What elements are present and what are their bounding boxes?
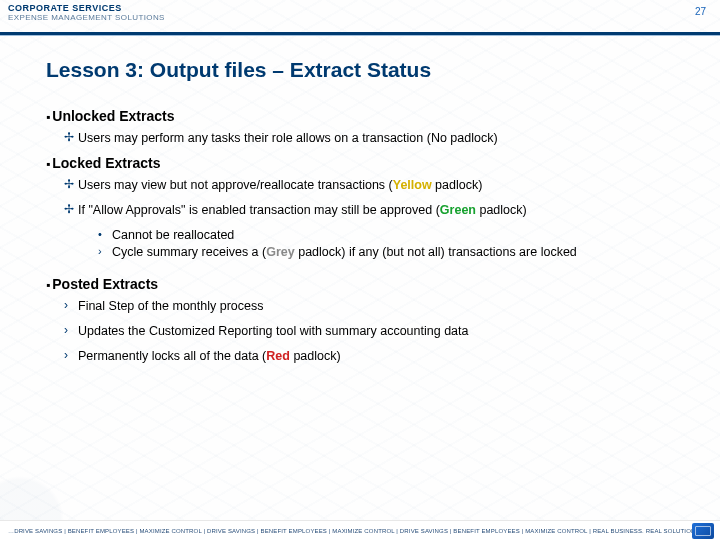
list-item: › Updates the Customized Reporting tool … xyxy=(64,323,690,340)
padlock-color-green: Green xyxy=(440,203,476,217)
plus-icon: ✢ xyxy=(64,130,78,146)
footer-tagline: …DRIVE SAVINGS | BENEFIT EMPLOYEES | MAX… xyxy=(8,528,692,534)
text-fragment: padlock) xyxy=(432,178,483,192)
list-item-text: Final Step of the monthly process xyxy=(78,298,690,315)
plus-icon: ✢ xyxy=(64,202,78,218)
text-fragment: If "Allow Approvals" is enabled transact… xyxy=(78,203,440,217)
padlock-color-grey: Grey xyxy=(266,245,295,259)
list-item-text: Users may view but not approve/reallocat… xyxy=(78,177,690,194)
list-item-text: Updates the Customized Reporting tool wi… xyxy=(78,323,690,340)
section-heading-unlocked: Unlocked Extracts xyxy=(46,108,690,124)
footer-bar: …DRIVE SAVINGS | BENEFIT EMPLOYEES | MAX… xyxy=(0,520,720,540)
text-fragment: Cycle summary receives a ( xyxy=(112,245,266,259)
sub-list-item: › Cycle summary receives a (Grey padlock… xyxy=(98,244,690,261)
plus-icon: ✢ xyxy=(64,177,78,193)
chevron-icon: › xyxy=(64,298,78,314)
text-fragment: padlock) xyxy=(476,203,527,217)
padlock-color-yellow: Yellow xyxy=(393,178,432,192)
amex-logo-icon xyxy=(692,523,714,539)
list-item: › Permanently locks all of the data (Red… xyxy=(64,348,690,365)
slide-content: Lesson 3: Output files – Extract Status … xyxy=(0,36,720,365)
section-heading-locked: Locked Extracts xyxy=(46,155,690,171)
text-fragment: padlock) xyxy=(290,349,341,363)
list-item: ✢ Users may perform any tasks their role… xyxy=(64,130,690,147)
text-fragment: Permanently locks all of the data ( xyxy=(78,349,266,363)
brand-line-1: CORPORATE SERVICES xyxy=(8,4,165,13)
chevron-icon: › xyxy=(64,323,78,339)
chevron-icon: › xyxy=(64,348,78,364)
page-number: 27 xyxy=(695,4,712,17)
list-item: ✢ Users may view but not approve/realloc… xyxy=(64,177,690,194)
list-item: ✢ If "Allow Approvals" is enabled transa… xyxy=(64,202,690,219)
chevron-icon: › xyxy=(98,244,112,259)
slide-title: Lesson 3: Output files – Extract Status xyxy=(46,58,690,82)
sub-list-text: Cannot be reallocated xyxy=(112,227,690,244)
dot-icon: • xyxy=(98,227,112,242)
list-item: › Final Step of the monthly process xyxy=(64,298,690,315)
list-item-text: Users may perform any tasks their role a… xyxy=(78,130,690,147)
list-item-text: If "Allow Approvals" is enabled transact… xyxy=(78,202,690,219)
sub-list-text: Cycle summary receives a (Grey padlock) … xyxy=(112,244,690,261)
list-item-text: Permanently locks all of the data (Red p… xyxy=(78,348,690,365)
brand-block: CORPORATE SERVICES EXPENSE MANAGEMENT SO… xyxy=(8,4,165,22)
padlock-color-red: Red xyxy=(266,349,290,363)
header-bar: CORPORATE SERVICES EXPENSE MANAGEMENT SO… xyxy=(0,0,720,32)
section-heading-posted: Posted Extracts xyxy=(46,276,690,292)
text-fragment: padlock) if any (but not all) transactio… xyxy=(295,245,577,259)
sub-list-item: • Cannot be reallocated xyxy=(98,227,690,244)
text-fragment: Users may view but not approve/reallocat… xyxy=(78,178,393,192)
brand-line-2: EXPENSE MANAGEMENT SOLUTIONS xyxy=(8,14,165,22)
